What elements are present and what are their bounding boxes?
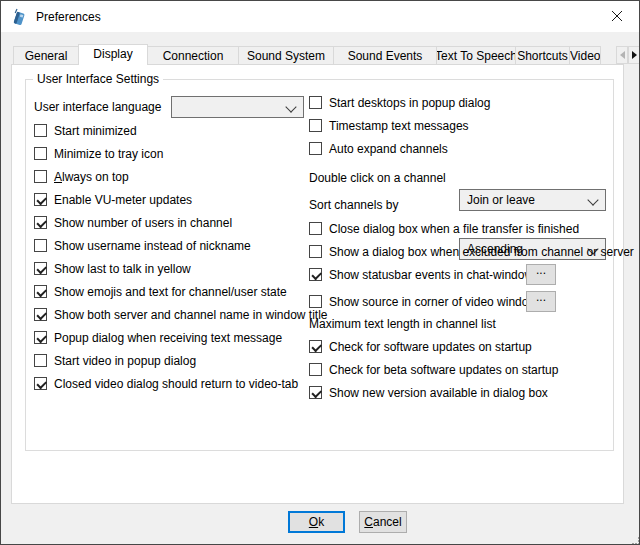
cancel-button[interactable]: Cancel	[359, 511, 407, 533]
checkbox-row[interactable]: Show username instead of nickname	[34, 234, 328, 257]
double-click-combobox[interactable]: Join or leave	[459, 189, 606, 211]
scroll-left-icon	[620, 51, 625, 59]
tab-label: Connection	[163, 49, 224, 63]
checkbox	[309, 363, 322, 376]
checkbox-label: Auto expand channels	[329, 142, 448, 156]
checkbox-row[interactable]: Show both server and channel name in win…	[34, 303, 328, 326]
checkbox-label: Show username instead of nickname	[54, 239, 251, 253]
resize-grip[interactable]	[632, 537, 634, 539]
checkbox-row[interactable]: Always on top	[34, 165, 328, 188]
checkbox-row[interactable]: Check for software updates on startup	[309, 335, 558, 358]
video-source-checkbox-row[interactable]: Show source in corner of video window ..…	[309, 290, 619, 313]
statusbar-events-more-button[interactable]: ...	[526, 264, 556, 285]
tab-label: Display	[93, 47, 132, 61]
close-button[interactable]	[594, 1, 639, 31]
tab-scroll-left-button[interactable]	[616, 46, 628, 64]
right-bottom-checkbox-list: Check for software updates on startup Ch…	[309, 335, 558, 404]
tab-label: Text To Speech	[436, 49, 516, 63]
video-source-more-button[interactable]: ...	[526, 291, 556, 312]
tab[interactable]: General	[13, 46, 79, 64]
preferences-dialog: Preferences General Display Connection S…	[0, 0, 640, 545]
checkbox-row[interactable]: Start minimized	[34, 119, 328, 142]
checkbox-row[interactable]: Start desktops in popup dialog	[309, 91, 490, 114]
tab[interactable]: Video	[569, 46, 601, 64]
tab-label: Shortcuts	[517, 49, 568, 63]
tab[interactable]: Shortcuts	[515, 46, 570, 64]
left-checkbox-list: Start minimized Minimize to tray icon Al…	[34, 119, 328, 395]
ok-button[interactable]: Ok	[288, 511, 345, 533]
tab-label: Sound System	[247, 49, 325, 63]
checkbox-row[interactable]: Timestamp text messages	[309, 114, 490, 137]
checkbox	[34, 285, 47, 298]
checkbox	[309, 222, 322, 235]
checkbox-row[interactable]: Close dialog box when a file transfer is…	[309, 217, 634, 240]
checkbox-label: Show a dialog box when excluded from cha…	[329, 245, 634, 259]
checkbox-label: Check for software updates on startup	[329, 340, 532, 354]
sort-channels-label: Sort channels by	[309, 194, 398, 216]
tab-bar: General Display Connection Sound System …	[13, 42, 601, 64]
checkbox-row[interactable]: Check for beta software updates on start…	[309, 358, 558, 381]
checkbox	[34, 239, 47, 252]
checkbox-row[interactable]: Enable VU-meter updates	[34, 188, 328, 211]
checkbox-label: Start video in popup dialog	[54, 354, 196, 368]
checkbox-row[interactable]: Start video in popup dialog	[34, 349, 328, 372]
double-click-label: Double click on a channel	[309, 167, 446, 189]
checkbox	[309, 295, 322, 308]
checkbox	[309, 340, 322, 353]
checkbox-label: Always on top	[54, 170, 129, 184]
checkbox-label: Start desktops in popup dialog	[329, 96, 490, 110]
checkbox-row[interactable]: Show emojis and text for channel/user st…	[34, 280, 328, 303]
checkbox-label: Minimize to tray icon	[54, 147, 163, 161]
checkbox-label: Close dialog box when a file transfer is…	[329, 222, 579, 236]
checkbox	[34, 331, 47, 344]
tab-scroll-right-button[interactable]	[628, 46, 640, 64]
scroll-right-icon	[632, 51, 637, 59]
checkbox-label: Closed video dialog should return to vid…	[54, 377, 298, 391]
checkbox-row[interactable]: Minimize to tray icon	[34, 142, 328, 165]
checkbox-label: Enable VU-meter updates	[54, 193, 192, 207]
checkbox-label: Show emojis and text for channel/user st…	[54, 285, 287, 299]
checkbox-label: Show both server and channel name in win…	[54, 308, 328, 322]
checkbox	[34, 377, 47, 390]
checkbox-row[interactable]: Closed video dialog should return to vid…	[34, 372, 328, 395]
tab[interactable]: Sound Events	[333, 46, 437, 64]
checkbox	[34, 124, 47, 137]
checkbox-row[interactable]: Show number of users in channel	[34, 211, 328, 234]
close-icon	[611, 10, 623, 22]
double-click-value: Join or leave	[467, 193, 535, 207]
tab[interactable]: Display	[78, 44, 148, 65]
checkbox-label: Check for beta software updates on start…	[329, 363, 558, 377]
checkbox-row[interactable]: Popup dialog when receiving text message	[34, 326, 328, 349]
statusbar-events-checkbox-row[interactable]: Show statusbar events in chat-window ...	[309, 263, 619, 286]
right-mid-checkbox-list: Close dialog box when a file transfer is…	[309, 217, 634, 263]
language-combobox[interactable]	[171, 96, 304, 118]
app-icon	[10, 8, 28, 26]
chevron-down-icon	[587, 194, 598, 205]
checkbox-row[interactable]: Show last to talk in yellow	[34, 257, 328, 280]
checkbox-row[interactable]: Show new version available in dialog box	[309, 381, 558, 404]
checkbox-label: Show last to talk in yellow	[54, 262, 191, 276]
checkbox	[309, 245, 322, 258]
checkbox-label: Show number of users in channel	[54, 216, 232, 230]
checkbox	[34, 216, 47, 229]
tab[interactable]: Text To Speech	[436, 46, 516, 64]
checkbox-label: Start minimized	[54, 124, 137, 138]
checkbox	[34, 147, 47, 160]
checkbox-label: Timestamp text messages	[329, 119, 469, 133]
tab[interactable]: Sound System	[238, 46, 334, 64]
title-bar[interactable]: Preferences	[1, 1, 639, 32]
max-text-length-label: Maximum text length in channel list	[309, 313, 496, 335]
checkbox	[309, 268, 322, 281]
checkbox-row[interactable]: Auto expand channels	[309, 137, 490, 160]
checkbox	[309, 386, 322, 399]
group-title: User Interface Settings	[33, 72, 163, 86]
chevron-down-icon	[285, 101, 296, 112]
checkbox-label: Show statusbar events in chat-window	[329, 268, 533, 282]
checkbox	[34, 170, 47, 183]
tab-label: Sound Events	[348, 49, 423, 63]
checkbox	[34, 262, 47, 275]
tab[interactable]: Connection	[147, 46, 239, 64]
tab-label: General	[25, 49, 68, 63]
checkbox	[34, 354, 47, 367]
checkbox-row[interactable]: Show a dialog box when excluded from cha…	[309, 240, 634, 263]
